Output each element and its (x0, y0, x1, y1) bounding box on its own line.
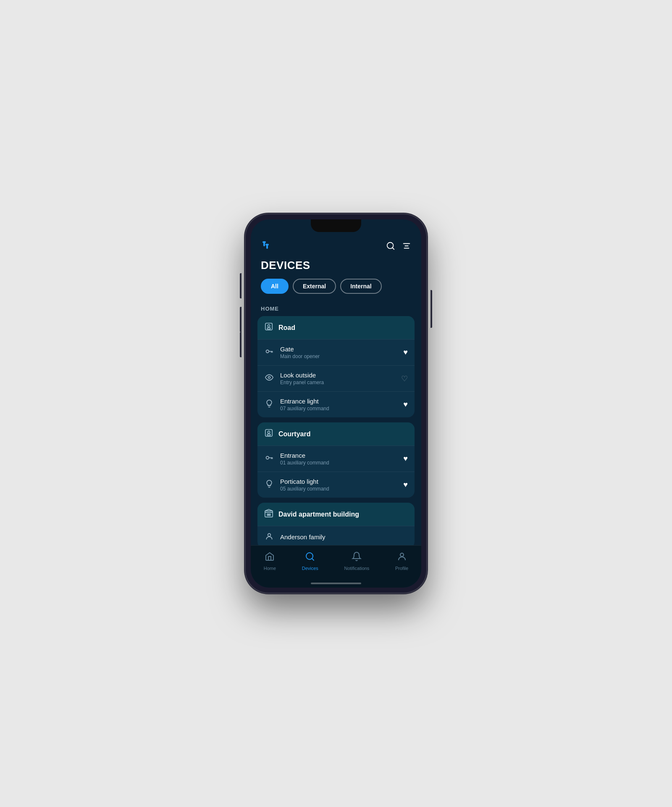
porticato-name: Porticato light (280, 478, 329, 485)
notifications-icon (352, 551, 362, 564)
svg-point-10 (268, 324, 270, 327)
home-indicator (251, 583, 421, 588)
svg-rect-3 (265, 244, 269, 245)
entrance-light-favorite[interactable]: ♥ (403, 400, 408, 409)
look-outside-name: Look outside (280, 372, 324, 379)
look-outside-sub: Entry panel camera (280, 380, 324, 385)
phone-screen: DEVICES All External Internal HOME (251, 219, 421, 588)
svg-rect-19 (267, 514, 268, 516)
device-gate-left: Gate Main door opener (264, 345, 320, 359)
svg-point-12 (266, 350, 269, 353)
eye-icon (264, 373, 274, 384)
app-logo (261, 240, 273, 254)
filter-internal[interactable]: Internal (340, 279, 382, 294)
app-content: DEVICES All External Internal HOME (251, 219, 421, 588)
profile-icon (397, 551, 407, 564)
device-look-outside[interactable]: Look outside Entry panel camera ♡ (257, 365, 415, 391)
nav-devices[interactable]: Devices (295, 550, 325, 572)
group-courtyard: Courtyard (257, 422, 415, 498)
filter-all[interactable]: All (261, 279, 289, 294)
device-entrance-light[interactable]: Entrance light 07 auxiliary command ♥ (257, 391, 415, 417)
group-david-name: David apartment building (278, 511, 359, 518)
device-entrance[interactable]: Entrance 01 auxiliary command ♥ (257, 446, 415, 472)
phone-notch (311, 219, 361, 232)
porticato-sub: 05 auxiliary command (280, 486, 329, 492)
svg-line-23 (312, 559, 314, 560)
svg-rect-11 (267, 328, 270, 330)
group-courtyard-name: Courtyard (278, 430, 310, 438)
group-road: Road (257, 316, 415, 417)
svg-rect-20 (269, 514, 270, 516)
courtyard-group-icon (264, 428, 273, 440)
device-porticato-left: Porticato light 05 auxiliary command (264, 478, 329, 492)
svg-rect-18 (265, 511, 273, 517)
nav-notifications[interactable]: Notifications (337, 550, 376, 572)
svg-point-17 (266, 456, 269, 459)
gate-sub: Main door opener (280, 353, 320, 359)
road-group-icon (264, 322, 273, 333)
device-anderson[interactable]: Anderson family (257, 526, 415, 545)
device-look-outside-left: Look outside Entry panel camera (264, 372, 324, 385)
home-icon (265, 551, 275, 564)
section-label: HOME (257, 302, 415, 316)
entrance-favorite[interactable]: ♥ (403, 454, 408, 463)
header (251, 235, 421, 257)
svg-point-13 (268, 377, 270, 379)
nav-devices-label: Devices (302, 566, 318, 571)
devices-icon (305, 551, 315, 564)
nav-notifications-label: Notifications (344, 566, 369, 571)
bottom-nav: Home Devices (251, 545, 421, 583)
svg-rect-1 (262, 241, 266, 243)
entrance-name: Entrance (280, 452, 329, 459)
nav-home[interactable]: Home (257, 550, 283, 572)
svg-point-24 (400, 553, 404, 556)
entrance-sub: 01 auxiliary command (280, 460, 329, 466)
key-icon (264, 347, 274, 358)
phone-frame: DEVICES All External Internal HOME (246, 214, 426, 593)
filter-tabs: All External Internal (251, 279, 421, 302)
device-list: HOME Road (251, 302, 421, 545)
key-icon-2 (264, 454, 274, 464)
anderson-name: Anderson family (280, 533, 326, 541)
device-entrance-light-left: Entrance light 07 auxiliary command (264, 398, 329, 411)
person-icon (264, 532, 274, 543)
svg-rect-16 (267, 434, 270, 436)
svg-line-5 (392, 248, 394, 249)
group-david-header[interactable]: David apartment building (257, 503, 415, 526)
search-icon[interactable] (386, 241, 395, 253)
nav-profile[interactable]: Profile (388, 550, 415, 572)
look-outside-favorite[interactable]: ♡ (401, 374, 408, 383)
entrance-light-sub: 07 auxiliary command (280, 406, 329, 411)
device-porticato-light[interactable]: Porticato light 05 auxiliary command ♥ (257, 472, 415, 498)
group-road-header[interactable]: Road (257, 316, 415, 339)
filter-icon[interactable] (402, 241, 411, 253)
entrance-light-name: Entrance light (280, 398, 329, 405)
device-anderson-left: Anderson family (264, 532, 326, 543)
group-road-name: Road (278, 324, 295, 332)
nav-home-label: Home (264, 566, 276, 571)
porticato-favorite[interactable]: ♥ (403, 480, 408, 489)
svg-point-15 (268, 431, 270, 433)
header-actions (386, 241, 411, 253)
device-gate[interactable]: Gate Main door opener ♥ (257, 339, 415, 365)
home-bar (311, 583, 361, 584)
david-group-icon (264, 509, 273, 520)
bulb-icon-2 (264, 480, 274, 490)
gate-name: Gate (280, 345, 320, 353)
filter-external[interactable]: External (293, 279, 336, 294)
group-courtyard-header[interactable]: Courtyard (257, 422, 415, 446)
page-title: DEVICES (251, 257, 421, 279)
nav-profile-label: Profile (395, 566, 408, 571)
bulb-icon (264, 399, 274, 410)
device-entrance-left: Entrance 01 auxiliary command (264, 452, 329, 466)
svg-point-21 (268, 533, 271, 536)
gate-favorite[interactable]: ♥ (403, 348, 408, 357)
group-david: David apartment building (257, 503, 415, 545)
